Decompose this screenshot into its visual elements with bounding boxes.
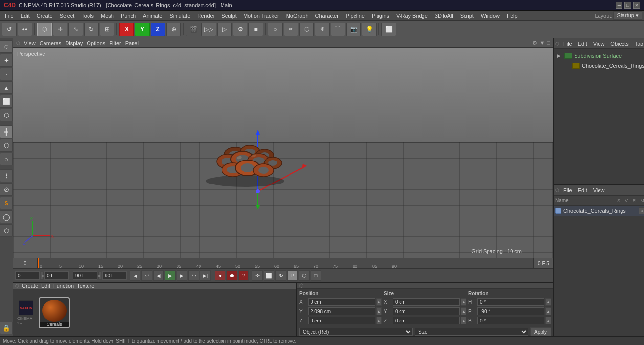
cereals-material-swatch[interactable]: Cereals: [39, 297, 70, 328]
viewport-menu-filter[interactable]: Filter: [109, 40, 121, 46]
z-axis-button[interactable]: Z: [151, 23, 165, 36]
menu-render[interactable]: Render: [194, 12, 218, 20]
obj-menu-edit[interactable]: Edit: [576, 41, 589, 46]
close-button[interactable]: ✕: [633, 2, 640, 9]
obj-menu-objects[interactable]: Objects: [608, 41, 630, 46]
menu-3dtoall[interactable]: 3DToAll: [432, 12, 456, 20]
step-frame-input[interactable]: [102, 271, 127, 280]
viewport-menu-view[interactable]: View: [24, 40, 36, 46]
floor-button[interactable]: ⬜: [381, 23, 396, 36]
menu-vray[interactable]: V-Ray Bridge: [393, 12, 431, 20]
menu-plugins[interactable]: Plugins: [369, 12, 392, 20]
redo-button[interactable]: ●●: [18, 23, 32, 36]
current-frame-input[interactable]: [15, 271, 40, 280]
rot-p-input[interactable]: [477, 307, 544, 315]
play-button[interactable]: ▶: [165, 270, 176, 281]
step-back-button[interactable]: ↩: [141, 270, 152, 281]
menu-animate[interactable]: Animate: [140, 12, 165, 20]
pos-z-input[interactable]: [308, 317, 375, 324]
timeline-ruler[interactable]: 0 5 10 15 20 25 30 35 40 45 50 55 60 65: [38, 258, 533, 269]
render-button[interactable]: ■: [248, 23, 263, 36]
enable-axis-button[interactable]: ╋: [0, 125, 13, 138]
attrs-cereals-row[interactable]: Chocolate_Cereals_Rings ● ⬜ ≡ ⊞ ▲ ◯ ⊞: [554, 206, 644, 216]
sphere-prim-button[interactable]: ○: [268, 23, 283, 36]
obj-menu-file[interactable]: File: [561, 41, 574, 46]
menu-pipeline[interactable]: Pipeline: [343, 12, 368, 20]
menu-window[interactable]: Window: [478, 12, 503, 20]
render-settings-button[interactable]: ⚙: [233, 23, 247, 36]
magnet-button[interactable]: ⊘: [0, 183, 13, 196]
viewport-menu-options[interactable]: Options: [87, 40, 105, 46]
size-z-up[interactable]: ▲: [461, 317, 466, 324]
timeline-mode-4[interactable]: P: [287, 270, 298, 281]
obj-item-subdivision[interactable]: ▶ Subdivision Surface: [555, 51, 644, 61]
menu-mograph[interactable]: MoGraph: [283, 12, 311, 20]
goto-start-button[interactable]: |◀: [130, 270, 140, 281]
maximize-button[interactable]: □: [624, 2, 631, 9]
record-button[interactable]: ⏺: [226, 270, 237, 281]
timeline-mode-2[interactable]: ⬜: [264, 270, 274, 281]
menu-motion-tracker[interactable]: Motion Tracker: [241, 12, 282, 20]
menu-create[interactable]: Create: [34, 12, 56, 20]
move-tool-button[interactable]: ✛: [53, 23, 67, 36]
pos-x-up[interactable]: ▲: [376, 298, 382, 306]
spline-button[interactable]: ✏: [284, 23, 298, 36]
camera-button[interactable]: 📷: [346, 23, 361, 36]
lock-button[interactable]: 🔒: [0, 322, 13, 334]
knife-tool-button[interactable]: ⌇: [0, 169, 13, 182]
rot-h-input[interactable]: [477, 298, 544, 306]
sculpt-brush-button[interactable]: ◯: [0, 210, 13, 223]
menu-tools[interactable]: Tools: [78, 12, 97, 20]
viewport-menu-cameras[interactable]: Cameras: [40, 40, 62, 46]
rot-h-up[interactable]: ▲: [545, 298, 551, 306]
stop-record-button[interactable]: ●: [215, 270, 225, 281]
poly-mode-button[interactable]: ⬜: [0, 95, 13, 108]
y-axis-button[interactable]: Y: [135, 23, 150, 36]
extrude-button[interactable]: ⬡: [299, 23, 314, 36]
light-button[interactable]: 💡: [362, 23, 377, 36]
cloner-button[interactable]: ❋: [315, 23, 330, 36]
s-button[interactable]: S: [0, 197, 13, 209]
size-z-input[interactable]: [393, 317, 460, 324]
minimize-button[interactable]: ─: [616, 2, 622, 9]
timeline-mode-1[interactable]: ✛: [252, 270, 263, 281]
render-preview-button[interactable]: ▷: [217, 23, 232, 36]
undo-button[interactable]: ↺: [2, 23, 17, 36]
coord-type-dropdown[interactable]: Size Scale: [415, 328, 528, 336]
mat-menu-function[interactable]: Function: [53, 283, 74, 289]
size-y-up[interactable]: ▲: [461, 307, 466, 315]
pos-y-input[interactable]: [308, 307, 375, 315]
play-all-button[interactable]: ▷▷: [201, 23, 216, 36]
x-axis-button[interactable]: X: [119, 23, 134, 36]
bend-button[interactable]: ⌒: [331, 23, 345, 36]
pos-y-up[interactable]: ▲: [376, 307, 382, 315]
pos-x-input[interactable]: [308, 298, 375, 306]
viewport-ctrl-3[interactable]: □: [547, 40, 550, 46]
viewport-ctrl-1[interactable]: ⚙: [533, 40, 537, 46]
size-x-up[interactable]: ▲: [461, 298, 466, 306]
viewport-menu-panel[interactable]: Panel: [125, 40, 139, 46]
object-select-button[interactable]: ⬡: [0, 139, 13, 152]
select-mode-button[interactable]: ⬡: [37, 23, 52, 36]
layout-dropdown[interactable]: Startup ▾: [613, 11, 642, 20]
attrs-menu-file[interactable]: File: [561, 187, 574, 193]
viewport-canvas[interactable]: Perspective X Y Z: [13, 48, 553, 258]
mat-menu-texture[interactable]: Texture: [77, 283, 94, 289]
transform-button[interactable]: ⊞: [100, 23, 114, 36]
menu-sculpt[interactable]: Sculpt: [219, 12, 240, 20]
mat-menu-create[interactable]: Create: [22, 283, 38, 289]
viewport-menu-display[interactable]: Display: [65, 40, 83, 46]
record-button[interactable]: 🎬: [186, 23, 200, 36]
prev-frame-button[interactable]: ◀: [153, 270, 164, 281]
texture-mode-button[interactable]: ✦: [0, 54, 13, 67]
rot-p-up[interactable]: ▲: [545, 307, 551, 315]
viewport-ctrl-2[interactable]: ▼: [539, 40, 545, 46]
timeline-mode-3[interactable]: ↻: [275, 270, 286, 281]
mat-menu-edit[interactable]: Edit: [41, 283, 50, 289]
obj-menu-tags[interactable]: Tags: [633, 41, 644, 46]
menu-edit[interactable]: Edit: [18, 12, 33, 20]
scale-tool-button[interactable]: ⤡: [68, 23, 83, 36]
rot-b-up[interactable]: ▲: [545, 317, 551, 324]
menu-character[interactable]: Character: [312, 12, 342, 20]
edge-mode-button[interactable]: ▲: [0, 81, 13, 94]
